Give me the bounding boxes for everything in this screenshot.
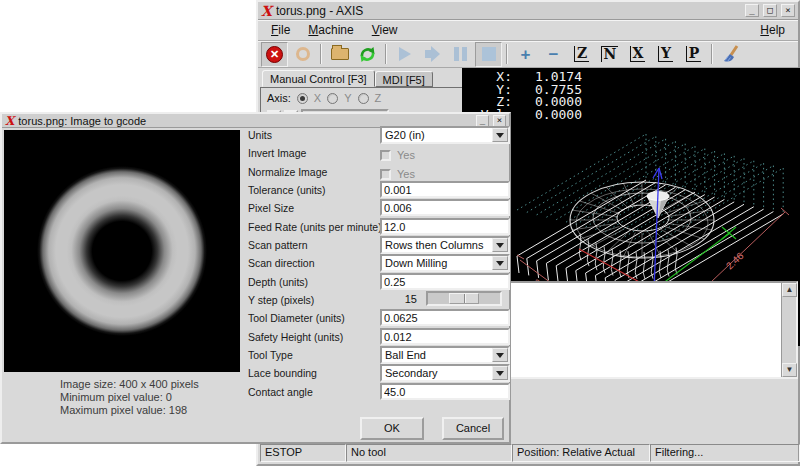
pause-button[interactable] [447, 42, 474, 67]
image-to-gcode-dialog: X torus.png: Image to gcode _ × Image si… [0, 112, 511, 444]
contact-angle-label: Contact angle [248, 386, 379, 398]
chevron-down-icon [492, 256, 508, 270]
dialog-close-button[interactable]: × [493, 115, 506, 127]
menu-view[interactable]: View [363, 21, 407, 39]
safety-height-label: Safety Height (units) [248, 331, 379, 343]
axis-y-radio[interactable] [327, 93, 338, 104]
close-button[interactable]: × [781, 4, 795, 17]
stop-button[interactable] [475, 42, 502, 67]
zoom-out-icon: − [549, 46, 559, 63]
torus-image-preview [4, 130, 240, 372]
pause-icon [454, 47, 467, 61]
image-size-text: Image size: 400 x 400 pixels [60, 378, 199, 391]
slider-handle[interactable] [449, 293, 479, 304]
contact-angle-input[interactable] [380, 383, 510, 400]
tolerance-input[interactable] [380, 181, 510, 198]
gcode-listing[interactable]: ▲ ▼ [462, 281, 798, 379]
scan-pattern-select[interactable]: Rows then Columns [380, 236, 510, 254]
safety-height-input[interactable] [380, 328, 510, 345]
step-icon [425, 46, 440, 62]
status-filtering: Filtering... [650, 444, 800, 462]
invert-image-label: Invert Image [248, 147, 379, 159]
open-folder-icon [331, 48, 349, 60]
chevron-down-icon [492, 366, 508, 380]
lace-bounding-select[interactable]: Secondary [380, 364, 510, 382]
status-estop: ESTOP [260, 444, 346, 462]
scroll-down-icon[interactable]: ▼ [782, 363, 797, 377]
image-info: Image size: 400 x 400 pixels Minimum pix… [60, 378, 199, 417]
axis-x-radio[interactable] [297, 93, 308, 104]
tool-type-label: Tool Type [248, 349, 379, 361]
view-z-button[interactable]: Z [568, 42, 595, 67]
menu-help[interactable]: Help [751, 21, 794, 39]
step-button[interactable] [419, 42, 446, 67]
depth-label: Depth (units) [248, 276, 379, 288]
machine-power-button[interactable] [289, 42, 316, 67]
status-position: Position: Relative Actual [512, 444, 650, 462]
axis-titlebar[interactable]: X torus.png - AXIS _ □ × [258, 2, 798, 20]
y-step-slider[interactable] [426, 291, 502, 306]
run-button[interactable] [391, 42, 418, 67]
statusbar: ESTOP No tool Position: Relative Actual … [260, 444, 800, 462]
normalize-image-checkbox[interactable] [380, 169, 391, 180]
minimize-button[interactable]: _ [745, 4, 759, 17]
open-file-button[interactable] [326, 42, 353, 67]
dialog-minimize-button[interactable]: _ [476, 115, 489, 127]
tolerance-label: Tolerance (units) [248, 184, 379, 196]
view-y-icon: Y [658, 46, 673, 62]
status-tool: No tool [346, 444, 512, 462]
scroll-up-icon[interactable]: ▲ [782, 283, 797, 297]
image-min-text: Minimum pixel value: 0 [60, 391, 199, 404]
scan-direction-select[interactable]: Down Milling [380, 254, 510, 272]
chevron-down-icon [492, 128, 508, 142]
dialog-title: torus.png: Image to gcode [18, 115, 472, 127]
feed-rate-label: Feed Rate (units per minute) [248, 221, 379, 233]
power-icon [296, 47, 310, 61]
axis-window-title: torus.png - AXIS [276, 4, 741, 18]
reload-button[interactable] [354, 42, 381, 67]
toolbar: ✕ + − Z N X Y P [258, 41, 798, 68]
clear-plot-button[interactable] [717, 42, 744, 67]
tab-manual-control[interactable]: Manual Control [F3] [262, 70, 375, 87]
axis-x-label: X [314, 92, 321, 104]
scan-direction-label: Scan direction [248, 257, 379, 269]
zoom-in-button[interactable]: + [512, 42, 539, 67]
tab-mdi[interactable]: MDI [F5] [375, 71, 433, 87]
view-z2-icon: N [601, 46, 619, 62]
estop-button[interactable]: ✕ [261, 42, 288, 67]
chevron-down-icon [492, 348, 508, 362]
tool-diameter-input[interactable] [380, 309, 510, 326]
tool-type-select[interactable]: Ball End [380, 346, 510, 364]
axis-app-icon: X [261, 4, 272, 18]
axis-z-label: Z [375, 92, 382, 104]
axis-label: Axis: [267, 92, 291, 104]
view-z2-button[interactable]: N [596, 42, 623, 67]
feed-rate-input[interactable] [380, 218, 510, 235]
dro-vel-value: 0.0000 [512, 109, 582, 122]
y-step-label: Y step (pixels) [248, 294, 379, 306]
view-y-button[interactable]: Y [652, 42, 679, 67]
gcode-scrollbar[interactable]: ▲ ▼ [781, 283, 796, 377]
units-label: Units [248, 129, 379, 141]
pixel-size-label: Pixel Size [248, 202, 379, 214]
depth-input[interactable] [380, 273, 510, 290]
pixel-size-input[interactable] [380, 199, 510, 216]
normalize-image-label: Normalize Image [248, 166, 379, 178]
cancel-button[interactable]: Cancel [442, 417, 504, 440]
view-x-button[interactable]: X [624, 42, 651, 67]
dim-label-right: 2.46 [724, 250, 746, 272]
axis-z-radio[interactable] [358, 93, 369, 104]
invert-image-checkbox[interactable] [380, 150, 391, 161]
view-x-icon: X [630, 46, 646, 62]
reload-icon [358, 45, 377, 64]
menu-file[interactable]: File [262, 21, 299, 39]
dialog-app-icon: X [5, 115, 14, 127]
view-p-button[interactable]: P [680, 42, 707, 67]
zoom-out-button[interactable]: − [540, 42, 567, 67]
menu-machine[interactable]: Machine [299, 21, 362, 39]
ok-button[interactable]: OK [360, 417, 424, 440]
zoom-in-icon: + [521, 46, 531, 63]
view-z-icon: Z [574, 46, 589, 62]
units-select[interactable]: G20 (in) [380, 126, 510, 144]
maximize-button[interactable]: □ [763, 4, 777, 17]
